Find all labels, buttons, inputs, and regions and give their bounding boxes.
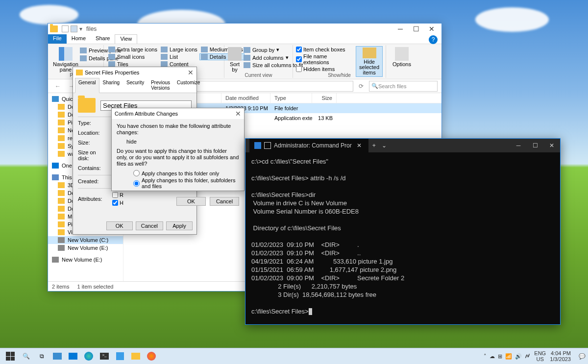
start-button[interactable] — [3, 349, 18, 364]
tray-wifi-icon[interactable]: 📶 — [505, 353, 512, 360]
hidden-items-toggle[interactable]: Hidden items — [296, 66, 353, 73]
task-view-icon[interactable]: ⧉ — [34, 349, 49, 364]
tab-dropdown-icon[interactable]: ⌄ — [380, 142, 389, 149]
options-button[interactable]: Options — [389, 46, 415, 68]
taskbar-app-icon[interactable] — [66, 349, 80, 364]
search-icon[interactable]: 🔍 — [19, 349, 33, 364]
explorer-titlebar[interactable]: ▾ files ─ ☐ ✕ — [48, 24, 441, 34]
item-checkboxes-toggle[interactable]: Item check boxes — [296, 46, 353, 53]
menubar: File Home Share View — [48, 34, 441, 44]
properties-tabs: General Sharing Security Previous Versio… — [73, 78, 196, 93]
cancel-button[interactable]: Cancel — [136, 221, 163, 230]
ok-button[interactable]: OK — [176, 197, 206, 206]
layout-list[interactable]: List — [159, 53, 199, 60]
col-type[interactable]: Type — [270, 93, 312, 103]
tray-notifications-icon[interactable]: 💬 — [579, 353, 586, 360]
tab-security[interactable]: Security — [123, 78, 147, 93]
window-title: files — [86, 25, 97, 32]
sidebar-item[interactable]: New Volume (E:) — [48, 256, 123, 264]
col-size[interactable]: Size — [312, 93, 337, 103]
tab-file[interactable]: File — [48, 34, 67, 44]
tab-share[interactable]: Share — [91, 34, 115, 44]
search-input[interactable]: 🔍 Search files — [369, 81, 438, 92]
qat-icon[interactable] — [62, 25, 69, 32]
terminal-titlebar[interactable]: Administrator: Command Pror ✕ + ⌄ ─ ☐ ✕ — [245, 139, 560, 152]
tab-view[interactable]: View — [115, 34, 137, 44]
tab-close-icon[interactable]: ✕ — [355, 142, 364, 149]
back-button[interactable]: ← — [52, 80, 64, 92]
close-button[interactable]: ✕ — [543, 139, 560, 152]
cursor — [309, 308, 312, 315]
close-button[interactable]: ✕ — [235, 110, 241, 118]
tray-onedrive-icon[interactable]: ☁ — [490, 353, 495, 360]
system-tray[interactable]: ˄ ☁ ⊞ 📶 🔊 🗲 — [484, 353, 530, 360]
qat-dropdown-icon[interactable]: ▾ — [79, 25, 82, 32]
folder-icon — [78, 98, 96, 113]
taskbar: 🔍 ⧉ >_ ˄ ☁ ⊞ 📶 🔊 🗲 ENGUS 4:04 PM1/3/2023… — [0, 348, 588, 364]
tab-home[interactable]: Home — [67, 34, 91, 44]
taskbar-explorer-icon[interactable] — [128, 349, 143, 364]
apply-button[interactable]: Apply — [166, 221, 193, 230]
taskbar-vscode-icon[interactable] — [113, 349, 127, 364]
col-date[interactable]: Date modified — [221, 93, 270, 103]
maximize-button[interactable]: ☐ — [408, 24, 424, 34]
tab-customize[interactable]: Customize — [173, 78, 203, 93]
tray-language[interactable]: ENGUS — [534, 350, 546, 362]
taskbar-terminal-icon[interactable]: >_ — [97, 349, 112, 364]
tray-chevron-icon[interactable]: ˄ — [484, 353, 487, 360]
terminal-output[interactable]: c:\>cd c:\files\"Secret Files" c:\files\… — [245, 152, 560, 320]
properties-title: Secret Files Properties — [85, 70, 139, 75]
close-button[interactable]: ✕ — [188, 69, 194, 76]
refresh-button[interactable]: ⟳ — [355, 80, 367, 92]
layout-l-icons[interactable]: Large icons — [159, 46, 199, 53]
taskbar-app-icon[interactable] — [50, 349, 65, 364]
layout-xl-icons[interactable]: Extra large icons — [107, 46, 159, 53]
tray-battery-icon[interactable]: 🗲 — [525, 353, 530, 359]
cancel-button[interactable]: Cancel — [210, 197, 239, 206]
folder-icon — [50, 25, 58, 32]
layout-s-icons[interactable]: Small icons — [107, 53, 159, 60]
minimize-button[interactable]: ─ — [392, 24, 408, 34]
tab-title: Administrator: Command Pror — [274, 142, 352, 149]
confirm-title: Confirm Attribute Changes — [115, 111, 178, 117]
sidebar-item-new-volume-c[interactable]: New Volume (C:) — [48, 236, 123, 244]
tray-clock[interactable]: 4:04 PM1/3/2023 — [550, 350, 575, 362]
radio-folder-subfolders[interactable]: Apply changes to this folder, subfolders… — [133, 177, 239, 189]
minimize-button[interactable]: ─ — [510, 139, 527, 152]
confirm-dialog: Confirm Attribute Changes ✕ You have cho… — [111, 108, 245, 191]
terminal-window: Administrator: Command Pror ✕ + ⌄ ─ ☐ ✕ … — [245, 138, 561, 325]
tray-volume-icon[interactable]: 🔊 — [515, 353, 522, 360]
tab-previous-versions[interactable]: Previous Versions — [147, 78, 173, 93]
status-count: 2 items — [52, 284, 69, 290]
radio-folder-only[interactable]: Apply changes to this folder only — [133, 170, 239, 176]
confirm-attr: hide — [126, 139, 239, 145]
shield-icon — [254, 142, 261, 149]
tab-sharing[interactable]: Sharing — [99, 78, 123, 93]
taskbar-firefox-icon[interactable] — [144, 349, 159, 364]
file-extensions-toggle[interactable]: File name extensions — [296, 53, 353, 66]
help-icon[interactable]: ? — [429, 35, 438, 44]
tab-general[interactable]: General — [75, 78, 99, 93]
ok-button[interactable]: OK — [106, 221, 133, 230]
confirm-msg1: You have chosen to make the following at… — [117, 123, 239, 136]
terminal-tab[interactable]: Administrator: Command Pror ✕ — [249, 139, 368, 152]
new-tab-button[interactable]: + — [368, 142, 380, 149]
confirm-msg2: Do you want to apply this change to this… — [117, 148, 239, 167]
status-selection: 1 item selected — [77, 284, 113, 290]
maximize-button[interactable]: ☐ — [527, 139, 543, 152]
folder-icon — [76, 70, 83, 75]
qat-icon[interactable] — [71, 25, 77, 32]
properties-titlebar[interactable]: Secret Files Properties ✕ — [73, 67, 196, 78]
sidebar-item[interactable]: New Volume (E:) — [48, 244, 123, 252]
tray-meet-icon[interactable]: ⊞ — [498, 353, 502, 360]
taskbar-edge-icon[interactable] — [81, 349, 96, 364]
close-button[interactable]: ✕ — [424, 24, 440, 34]
confirm-titlebar[interactable]: Confirm Attribute Changes ✕ — [112, 108, 244, 119]
cmd-icon — [264, 142, 271, 149]
